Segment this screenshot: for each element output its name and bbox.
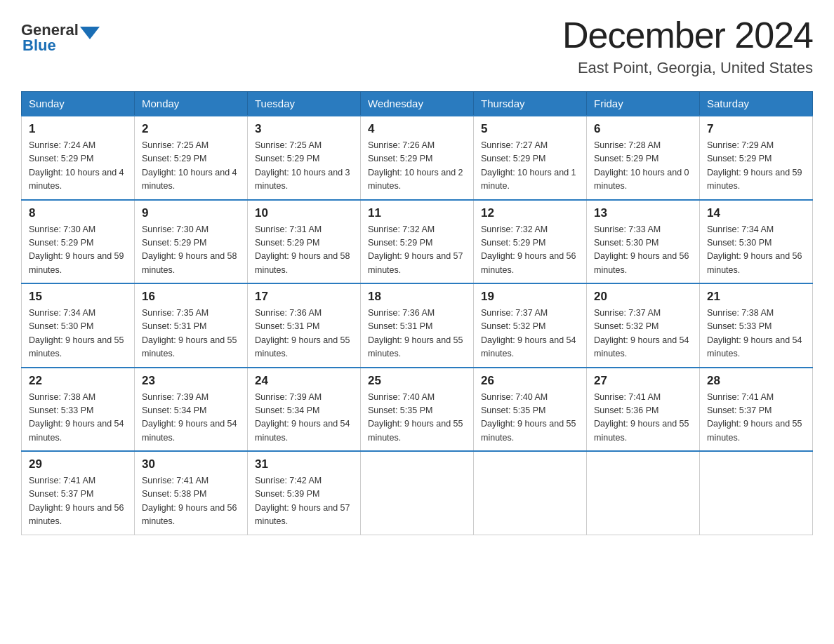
day-number: 12 — [481, 206, 579, 220]
day-number: 13 — [594, 206, 692, 220]
day-info: Sunrise: 7:32 AMSunset: 5:29 PMDaylight:… — [368, 223, 466, 278]
table-row: 20 Sunrise: 7:37 AMSunset: 5:32 PMDaylig… — [587, 283, 700, 368]
day-info: Sunrise: 7:41 AMSunset: 5:37 PMDaylight:… — [707, 391, 805, 445]
table-row: 9 Sunrise: 7:30 AMSunset: 5:29 PMDayligh… — [135, 200, 248, 284]
table-row: 24 Sunrise: 7:39 AMSunset: 5:34 PMDaylig… — [248, 368, 361, 452]
day-number: 11 — [368, 206, 466, 220]
calendar-header-row: Sunday Monday Tuesday Wednesday Thursday… — [22, 92, 813, 116]
header-tuesday: Tuesday — [248, 92, 361, 116]
day-number: 17 — [255, 290, 353, 304]
day-number: 5 — [481, 122, 579, 136]
day-number: 14 — [707, 206, 805, 220]
table-row: 31 Sunrise: 7:42 AMSunset: 5:39 PMDaylig… — [248, 451, 361, 535]
day-info: Sunrise: 7:30 AMSunset: 5:29 PMDaylight:… — [29, 223, 127, 278]
header-sunday: Sunday — [22, 92, 135, 116]
table-row: 16 Sunrise: 7:35 AMSunset: 5:31 PMDaylig… — [135, 283, 248, 368]
day-info: Sunrise: 7:38 AMSunset: 5:33 PMDaylight:… — [29, 391, 127, 445]
week-row-2: 8 Sunrise: 7:30 AMSunset: 5:29 PMDayligh… — [22, 200, 813, 284]
logo-triangle-icon — [80, 27, 100, 39]
day-number: 1 — [29, 122, 127, 136]
table-row: 8 Sunrise: 7:30 AMSunset: 5:29 PMDayligh… — [22, 200, 135, 284]
table-row: 22 Sunrise: 7:38 AMSunset: 5:33 PMDaylig… — [22, 368, 135, 452]
title-area: December 2024 East Point, Georgia, Unite… — [562, 14, 813, 77]
day-info: Sunrise: 7:37 AMSunset: 5:32 PMDaylight:… — [594, 307, 692, 361]
table-row — [361, 451, 474, 535]
week-row-4: 22 Sunrise: 7:38 AMSunset: 5:33 PMDaylig… — [22, 368, 813, 452]
week-row-3: 15 Sunrise: 7:34 AMSunset: 5:30 PMDaylig… — [22, 283, 813, 368]
table-row: 10 Sunrise: 7:31 AMSunset: 5:29 PMDaylig… — [248, 200, 361, 284]
day-number: 23 — [142, 374, 240, 388]
day-info: Sunrise: 7:34 AMSunset: 5:30 PMDaylight:… — [707, 223, 805, 278]
day-number: 21 — [707, 290, 805, 304]
header-wednesday: Wednesday — [361, 92, 474, 116]
day-info: Sunrise: 7:27 AMSunset: 5:29 PMDaylight:… — [481, 139, 579, 194]
day-info: Sunrise: 7:31 AMSunset: 5:29 PMDaylight:… — [255, 223, 353, 278]
day-number: 19 — [481, 290, 579, 304]
day-number: 22 — [29, 374, 127, 388]
table-row: 21 Sunrise: 7:38 AMSunset: 5:33 PMDaylig… — [700, 283, 813, 368]
header-monday: Monday — [135, 92, 248, 116]
day-number: 26 — [481, 374, 579, 388]
table-row: 1 Sunrise: 7:24 AMSunset: 5:29 PMDayligh… — [22, 116, 135, 200]
day-number: 31 — [255, 457, 353, 471]
day-number: 8 — [29, 206, 127, 220]
day-number: 4 — [368, 122, 466, 136]
table-row: 19 Sunrise: 7:37 AMSunset: 5:32 PMDaylig… — [474, 283, 587, 368]
table-row: 2 Sunrise: 7:25 AMSunset: 5:29 PMDayligh… — [135, 116, 248, 200]
week-row-1: 1 Sunrise: 7:24 AMSunset: 5:29 PMDayligh… — [22, 116, 813, 200]
day-number: 30 — [142, 457, 240, 471]
table-row: 18 Sunrise: 7:36 AMSunset: 5:31 PMDaylig… — [361, 283, 474, 368]
table-row: 28 Sunrise: 7:41 AMSunset: 5:37 PMDaylig… — [700, 368, 813, 452]
day-info: Sunrise: 7:40 AMSunset: 5:35 PMDaylight:… — [368, 391, 466, 445]
day-info: Sunrise: 7:36 AMSunset: 5:31 PMDaylight:… — [368, 307, 466, 361]
day-info: Sunrise: 7:24 AMSunset: 5:29 PMDaylight:… — [29, 139, 127, 194]
page-header: General Blue December 2024 East Point, G… — [21, 14, 813, 77]
table-row: 25 Sunrise: 7:40 AMSunset: 5:35 PMDaylig… — [361, 368, 474, 452]
day-info: Sunrise: 7:33 AMSunset: 5:30 PMDaylight:… — [594, 223, 692, 278]
table-row: 3 Sunrise: 7:25 AMSunset: 5:29 PMDayligh… — [248, 116, 361, 200]
day-info: Sunrise: 7:30 AMSunset: 5:29 PMDaylight:… — [142, 223, 240, 278]
day-info: Sunrise: 7:42 AMSunset: 5:39 PMDaylight:… — [255, 474, 353, 529]
day-number: 16 — [142, 290, 240, 304]
day-info: Sunrise: 7:36 AMSunset: 5:31 PMDaylight:… — [255, 307, 353, 361]
table-row: 17 Sunrise: 7:36 AMSunset: 5:31 PMDaylig… — [248, 283, 361, 368]
day-info: Sunrise: 7:40 AMSunset: 5:35 PMDaylight:… — [481, 391, 579, 445]
day-number: 2 — [142, 122, 240, 136]
day-info: Sunrise: 7:29 AMSunset: 5:29 PMDaylight:… — [707, 139, 805, 194]
day-info: Sunrise: 7:28 AMSunset: 5:29 PMDaylight:… — [594, 139, 692, 194]
table-row: 23 Sunrise: 7:39 AMSunset: 5:34 PMDaylig… — [135, 368, 248, 452]
day-info: Sunrise: 7:34 AMSunset: 5:30 PMDaylight:… — [29, 307, 127, 361]
day-number: 29 — [29, 457, 127, 471]
day-number: 6 — [594, 122, 692, 136]
day-info: Sunrise: 7:41 AMSunset: 5:36 PMDaylight:… — [594, 391, 692, 445]
day-number: 10 — [255, 206, 353, 220]
table-row: 26 Sunrise: 7:40 AMSunset: 5:35 PMDaylig… — [474, 368, 587, 452]
day-info: Sunrise: 7:38 AMSunset: 5:33 PMDaylight:… — [707, 307, 805, 361]
day-number: 27 — [594, 374, 692, 388]
table-row: 15 Sunrise: 7:34 AMSunset: 5:30 PMDaylig… — [22, 283, 135, 368]
day-number: 15 — [29, 290, 127, 304]
day-number: 18 — [368, 290, 466, 304]
week-row-5: 29 Sunrise: 7:41 AMSunset: 5:37 PMDaylig… — [22, 451, 813, 535]
table-row: 11 Sunrise: 7:32 AMSunset: 5:29 PMDaylig… — [361, 200, 474, 284]
month-title: December 2024 — [562, 14, 813, 56]
table-row: 13 Sunrise: 7:33 AMSunset: 5:30 PMDaylig… — [587, 200, 700, 284]
day-info: Sunrise: 7:39 AMSunset: 5:34 PMDaylight:… — [142, 391, 240, 445]
day-number: 9 — [142, 206, 240, 220]
header-saturday: Saturday — [700, 92, 813, 116]
day-info: Sunrise: 7:41 AMSunset: 5:37 PMDaylight:… — [29, 474, 127, 529]
day-info: Sunrise: 7:37 AMSunset: 5:32 PMDaylight:… — [481, 307, 579, 361]
location-title: East Point, Georgia, United States — [562, 59, 813, 77]
day-info: Sunrise: 7:35 AMSunset: 5:31 PMDaylight:… — [142, 307, 240, 361]
day-number: 25 — [368, 374, 466, 388]
day-info: Sunrise: 7:26 AMSunset: 5:29 PMDaylight:… — [368, 139, 466, 194]
table-row: 12 Sunrise: 7:32 AMSunset: 5:29 PMDaylig… — [474, 200, 587, 284]
table-row: 27 Sunrise: 7:41 AMSunset: 5:36 PMDaylig… — [587, 368, 700, 452]
day-number: 28 — [707, 374, 805, 388]
day-info: Sunrise: 7:39 AMSunset: 5:34 PMDaylight:… — [255, 391, 353, 445]
day-number: 20 — [594, 290, 692, 304]
header-thursday: Thursday — [474, 92, 587, 116]
day-info: Sunrise: 7:25 AMSunset: 5:29 PMDaylight:… — [142, 139, 240, 194]
table-row: 14 Sunrise: 7:34 AMSunset: 5:30 PMDaylig… — [700, 200, 813, 284]
day-info: Sunrise: 7:25 AMSunset: 5:29 PMDaylight:… — [255, 139, 353, 194]
